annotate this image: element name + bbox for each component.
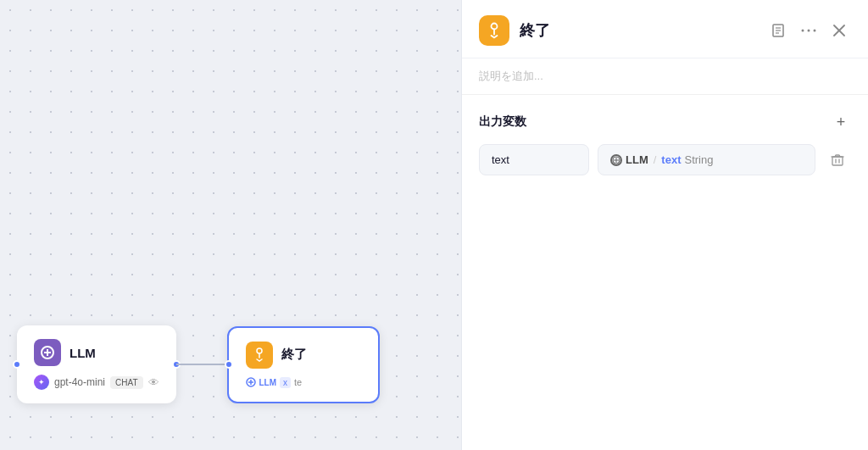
llm-sub-icon: ✦ <box>34 375 49 390</box>
source-text-value: text <box>661 153 681 166</box>
llm-node[interactable]: LLM ✦ gpt-4o-mini CHAT 👁 <box>17 325 176 403</box>
panel-description-text: 説明を追加... <box>479 69 543 82</box>
end-node-header: 終了 <box>246 342 361 369</box>
source-type-label: String <box>684 153 713 166</box>
output-name-field[interactable]: text <box>479 144 589 175</box>
output-section-title: 出力変数 <box>479 114 526 130</box>
svg-point-14 <box>814 30 816 32</box>
panel-title: 終了 <box>520 20 756 41</box>
svg-rect-20 <box>832 157 843 165</box>
end-node-left-connector <box>225 360 233 369</box>
end-node-bottom: LLM x te <box>246 377 361 388</box>
llm-node-title: LLM <box>70 346 96 360</box>
llm-model-name: gpt-4o-mini <box>54 376 105 388</box>
source-circle-icon <box>610 154 622 166</box>
llm-node-sub: ✦ gpt-4o-mini CHAT 👁 <box>34 375 159 390</box>
end-node-text-preview: te <box>294 377 302 387</box>
source-llm-label: LLM <box>626 153 648 166</box>
llm-chat-badge: CHAT <box>110 376 142 389</box>
llm-node-header: LLM <box>34 339 159 366</box>
panel-body: 出力変数 + text LLM / <box>462 95 868 450</box>
svg-point-7 <box>492 24 498 30</box>
llm-node-left-connector <box>13 360 21 369</box>
svg-point-13 <box>808 30 810 32</box>
end-node[interactable]: 終了 LLM x te <box>227 326 380 403</box>
end-node-icon <box>246 342 273 369</box>
panel-more-button[interactable] <box>797 19 821 42</box>
llm-node-icon <box>34 339 61 366</box>
end-node-llm-label: LLM <box>259 378 277 387</box>
output-section-header: 出力変数 + <box>479 112 851 132</box>
panel-book-button[interactable] <box>766 19 790 42</box>
llm-eye-icon: 👁 <box>148 376 159 389</box>
delete-output-button[interactable] <box>824 147 851 174</box>
source-divider: / <box>654 153 657 166</box>
svg-point-12 <box>802 30 804 32</box>
svg-point-3 <box>257 348 262 353</box>
end-node-title: 終了 <box>281 347 307 363</box>
connection-line <box>176 364 227 365</box>
panel-icon <box>479 15 509 46</box>
end-node-var-tag: x <box>280 377 291 388</box>
output-row: text LLM / text String <box>479 144 851 175</box>
panel-header: 終了 <box>462 0 868 58</box>
output-name-value: text <box>492 153 509 166</box>
side-panel: 終了 <box>461 0 868 450</box>
nodes-container: LLM ✦ gpt-4o-mini CHAT 👁 終了 <box>17 325 380 403</box>
panel-close-button[interactable] <box>827 19 851 42</box>
add-output-button[interactable]: + <box>831 112 851 132</box>
panel-description[interactable]: 説明を追加... <box>462 58 868 95</box>
panel-header-actions <box>766 19 851 42</box>
output-source-field[interactable]: LLM / text String <box>598 144 815 175</box>
